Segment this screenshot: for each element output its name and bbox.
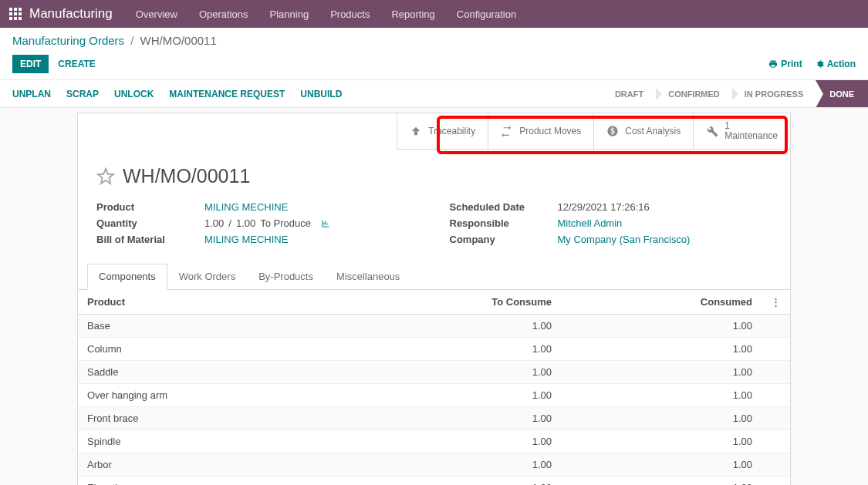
cell-product: Saddle — [78, 361, 391, 384]
stat-maintenance-label: Maintenance — [724, 130, 778, 141]
svg-rect-2 — [19, 8, 22, 11]
control-panel: Manufacturing Orders / WH/MO/00011 EDIT … — [0, 28, 868, 80]
breadcrumb-current: WH/MO/00011 — [140, 34, 217, 47]
nav-products[interactable]: Products — [330, 8, 370, 20]
cell-options — [762, 430, 790, 453]
stat-traceability-label: Traceability — [428, 126, 475, 136]
cell-consumed: 1.00 — [561, 407, 762, 430]
print-button[interactable]: Print — [768, 59, 802, 69]
label-company: Company — [450, 234, 558, 245]
cell-consumed: 1.00 — [561, 453, 762, 477]
record-title: WH/MO/00011 — [123, 165, 250, 187]
breadcrumb-root[interactable]: Manufacturing Orders — [12, 34, 124, 47]
svg-rect-0 — [9, 8, 12, 11]
svg-rect-3 — [9, 12, 12, 15]
breadcrumb: Manufacturing Orders / WH/MO/00011 — [12, 34, 856, 47]
forecast-chart-icon[interactable] — [320, 219, 331, 228]
table-row[interactable]: Column1.001.00 — [78, 338, 790, 361]
label-product: Product — [96, 201, 204, 213]
action-unlock[interactable]: UNLOCK — [114, 89, 154, 99]
top-navigation: Manufacturing Overview Operations Planni… — [0, 0, 868, 28]
stat-maintenance-count: 1 — [724, 121, 778, 130]
components-table: Product To Consume Consumed ⋮ Base1.001.… — [78, 290, 790, 485]
tab-bar: Components Work Orders By-Products Misce… — [78, 264, 790, 290]
swap-icon — [501, 125, 513, 137]
nav-operations[interactable]: Operations — [199, 8, 248, 20]
nav-configuration[interactable]: Configuration — [457, 8, 516, 20]
stage-confirmed[interactable]: CONFIRMED — [656, 80, 732, 107]
stage-pipeline: DRAFT CONFIRMED IN PROGRESS DONE — [603, 80, 868, 107]
apps-icon[interactable] — [9, 8, 22, 20]
cell-options — [762, 361, 790, 384]
nav-planning[interactable]: Planning — [270, 8, 309, 20]
edit-button[interactable]: EDIT — [12, 55, 49, 73]
value-qty-sep: / — [228, 217, 231, 229]
nav-overview[interactable]: Overview — [136, 8, 177, 20]
action-label: Action — [827, 59, 856, 69]
stat-traceability[interactable]: Traceability — [397, 113, 488, 150]
action-unbuild[interactable]: UNBUILD — [300, 89, 342, 99]
tab-by-products[interactable]: By-Products — [247, 264, 325, 289]
table-row[interactable]: Over hanging arm1.001.00 — [78, 384, 790, 407]
cell-to-consume: 1.00 — [391, 453, 561, 477]
create-button[interactable]: CREATE — [58, 59, 95, 69]
value-qty-planned: 1.00 — [236, 217, 255, 229]
value-responsible[interactable]: Mitchell Admin — [558, 217, 623, 229]
value-bom[interactable]: MILING MECHINE — [204, 234, 288, 245]
action-button[interactable]: Action — [815, 59, 856, 69]
cell-product: Column — [78, 338, 391, 361]
cell-consumed: 1.00 — [561, 315, 762, 338]
table-row[interactable]: Spindle1.001.00 — [78, 430, 790, 453]
table-row[interactable]: Arbor1.001.00 — [78, 453, 790, 477]
action-unplan[interactable]: UNPLAN — [12, 89, 51, 99]
label-responsible: Responsible — [450, 217, 558, 229]
stage-in-progress[interactable]: IN PROGRESS — [732, 80, 816, 107]
svg-rect-5 — [19, 12, 22, 15]
star-icon[interactable] — [96, 167, 115, 186]
tab-work-orders[interactable]: Work Orders — [167, 264, 247, 289]
cell-consumed: 1.00 — [561, 477, 762, 486]
svg-rect-7 — [14, 17, 17, 20]
table-row[interactable]: Front brace1.001.00 — [78, 407, 790, 430]
cell-consumed: 1.00 — [561, 361, 762, 384]
col-product[interactable]: Product — [78, 290, 391, 315]
cell-to-consume: 1.00 — [391, 407, 561, 430]
tab-components[interactable]: Components — [87, 264, 167, 290]
table-row[interactable]: Base1.001.00 — [78, 315, 790, 338]
stat-product-moves[interactable]: Product Moves — [488, 113, 593, 150]
svg-rect-1 — [14, 8, 17, 11]
label-quantity: Quantity — [96, 217, 204, 229]
tab-miscellaneous[interactable]: Miscellaneous — [325, 264, 411, 289]
action-scrap[interactable]: SCRAP — [66, 89, 99, 99]
stage-done[interactable]: DONE — [816, 80, 868, 107]
svg-rect-4 — [14, 12, 17, 15]
gear-icon — [815, 59, 824, 69]
value-company[interactable]: My Company (San Francisco) — [558, 234, 691, 245]
nav-reporting[interactable]: Reporting — [391, 8, 434, 20]
cell-to-consume: 1.00 — [391, 384, 561, 407]
app-brand[interactable]: Manufacturing — [29, 6, 113, 22]
col-to-consume[interactable]: To Consume — [391, 290, 561, 315]
cell-to-consume: 1.00 — [391, 338, 561, 361]
col-consumed[interactable]: Consumed — [561, 290, 762, 315]
label-bom: Bill of Material — [96, 234, 204, 245]
table-row[interactable]: Saddle1.001.00 — [78, 361, 790, 384]
stat-maintenance[interactable]: 1 Maintenance — [693, 113, 790, 150]
action-maintenance-request[interactable]: MAINTENANCE REQUEST — [169, 89, 285, 99]
status-bar: UNPLAN SCRAP UNLOCK MAINTENANCE REQUEST … — [0, 80, 868, 108]
cell-to-consume: 1.00 — [391, 315, 561, 338]
stage-draft[interactable]: DRAFT — [603, 80, 656, 107]
label-scheduled: Scheduled Date — [450, 201, 558, 213]
col-options-icon[interactable]: ⋮ — [762, 290, 790, 315]
stat-cost-analysis[interactable]: Cost Analysis — [593, 113, 693, 150]
svg-rect-6 — [9, 17, 12, 20]
table-row[interactable]: Elevating screw1.001.00 — [78, 477, 790, 486]
cell-product: Base — [78, 315, 391, 338]
cell-consumed: 1.00 — [561, 430, 762, 453]
value-product[interactable]: MILING MECHINE — [204, 201, 288, 213]
cell-options — [762, 384, 790, 407]
cell-options — [762, 315, 790, 338]
cell-product: Front brace — [78, 407, 391, 430]
stat-cost-analysis-label: Cost Analysis — [625, 126, 681, 136]
cell-options — [762, 477, 790, 486]
